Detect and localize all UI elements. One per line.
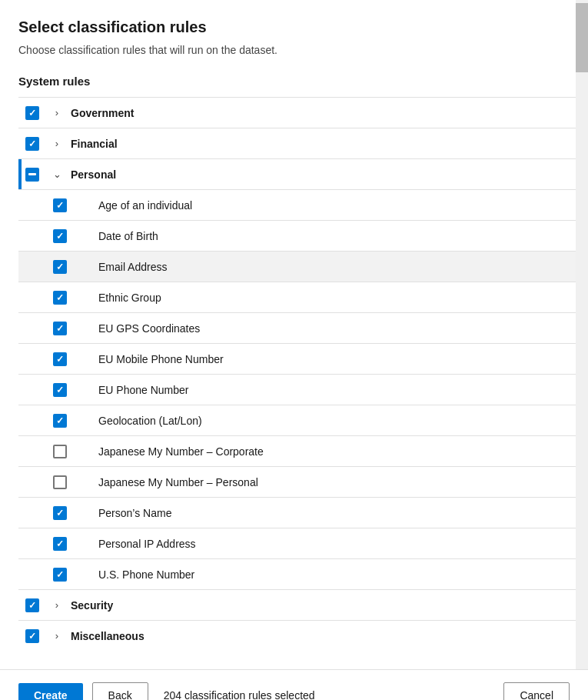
scrollbar-track[interactable] [576, 0, 588, 669]
partial-icon-personal [28, 173, 36, 175]
rule-label-persons-name: Person’s Name [95, 507, 565, 519]
check-icon-us-phone: ✓ [56, 570, 64, 579]
rule-row-eu-phone: ✓ EU Phone Number [18, 374, 588, 405]
rule-row-persons-name: ✓ Person’s Name [18, 497, 588, 528]
checkbox-persons-name[interactable]: ✓ [53, 506, 67, 520]
checkbox-personal-ip[interactable]: ✓ [53, 537, 67, 551]
rule-row-eu-mobile: ✓ EU Mobile Phone Number [18, 343, 588, 374]
rule-row-miscellaneous: ✓ › Miscellaneous [18, 620, 588, 651]
checkbox-dob[interactable]: ✓ [53, 229, 67, 243]
checkbox-wrap-persons-name[interactable]: ✓ [46, 506, 74, 520]
create-button[interactable]: Create [18, 683, 83, 700]
rule-label-government: Government [68, 107, 565, 119]
rule-row-email: ✓ Email Address [18, 251, 588, 282]
checkbox-wrap-japanese-pers[interactable] [46, 475, 74, 489]
check-icon-ethnic: ✓ [56, 293, 64, 302]
checkbox-age[interactable]: ✓ [53, 198, 67, 212]
checkbox-personal[interactable] [25, 168, 39, 182]
rule-row-eu-gps: ✓ EU GPS Coordinates [18, 312, 588, 343]
rule-row-geolocation: ✓ Geolocation (Lat/Lon) [18, 405, 588, 435]
check-icon-misc: ✓ [28, 632, 36, 641]
expand-btn-security[interactable]: › [46, 599, 68, 611]
checkbox-wrap-dob[interactable]: ✓ [46, 229, 74, 243]
checkbox-eu-phone[interactable]: ✓ [53, 383, 67, 397]
rule-label-geolocation: Geolocation (Lat/Lon) [95, 415, 565, 427]
checkbox-wrap-ethnic[interactable]: ✓ [46, 291, 74, 305]
rule-row-personal-ip: ✓ Personal IP Address [18, 528, 588, 558]
check-icon-eu-gps: ✓ [56, 324, 64, 333]
classification-panel: Select classification rules Choose class… [0, 0, 588, 700]
rule-label-financial: Financial [68, 138, 565, 150]
check-icon-eu-phone: ✓ [56, 385, 64, 395]
checkbox-ethnic[interactable]: ✓ [53, 291, 67, 305]
check-icon-persons-name: ✓ [56, 508, 64, 518]
personal-accent [18, 159, 22, 189]
checkbox-wrap-eu-gps[interactable]: ✓ [46, 322, 74, 335]
checkbox-financial[interactable]: ✓ [25, 137, 39, 151]
rule-label-japanese-corp: Japanese My Number – Corporate [95, 445, 565, 458]
check-icon-security: ✓ [28, 601, 36, 610]
checkbox-misc[interactable]: ✓ [25, 629, 39, 643]
rule-row-ethnic: ✓ Ethnic Group [18, 282, 588, 312]
checkbox-us-phone[interactable]: ✓ [53, 568, 67, 582]
rule-label-us-phone: U.S. Phone Number [95, 568, 565, 581]
rule-label-misc: Miscellaneous [68, 630, 565, 642]
page-title: Select classification rules [18, 18, 588, 36]
rule-row-government: ✓ › Government [18, 97, 588, 128]
rule-label-eu-gps: EU GPS Coordinates [95, 322, 565, 335]
expand-btn-financial[interactable]: › [46, 138, 68, 149]
rule-row-age-individual: ✓ Age of an individual [18, 189, 588, 220]
checkbox-wrap-financial[interactable]: ✓ [18, 137, 46, 151]
cancel-button[interactable]: Cancel [503, 682, 570, 700]
check-icon-personal-ip: ✓ [56, 539, 64, 548]
panel-content: Select classification rules Choose class… [0, 0, 588, 700]
check-icon-dob: ✓ [56, 232, 64, 241]
checkbox-japanese-pers[interactable] [53, 475, 67, 489]
check-icon-email: ✓ [56, 262, 64, 272]
checkbox-government[interactable]: ✓ [25, 106, 39, 120]
checkbox-wrap-personal[interactable] [18, 168, 46, 182]
rule-label-personal: Personal [68, 168, 565, 181]
rule-label-eu-mobile: EU Mobile Phone Number [95, 353, 565, 365]
checkbox-security[interactable]: ✓ [25, 598, 39, 612]
section-title: System rules [18, 75, 588, 88]
checkbox-wrap-eu-phone[interactable]: ✓ [46, 383, 74, 397]
rule-label-security: Security [68, 599, 565, 612]
footer: Create Back 204 classification rules sel… [0, 669, 588, 700]
expand-btn-government[interactable]: › [46, 107, 68, 118]
scrollable-area[interactable]: Select classification rules Choose class… [0, 0, 588, 669]
checkbox-wrap-age[interactable]: ✓ [46, 198, 74, 212]
check-icon-geolocation: ✓ [56, 416, 64, 425]
checkbox-geolocation[interactable]: ✓ [53, 414, 67, 428]
scrollbar-thumb[interactable] [576, 3, 588, 72]
checkbox-wrap-email[interactable]: ✓ [46, 260, 74, 274]
expand-btn-misc[interactable]: › [46, 630, 68, 642]
checkbox-wrap-misc[interactable]: ✓ [18, 629, 46, 643]
checkbox-wrap-japanese-corp[interactable] [46, 445, 74, 458]
rule-row-us-phone: ✓ U.S. Phone Number [18, 558, 588, 589]
rule-label-personal-ip: Personal IP Address [95, 538, 565, 550]
rule-row-personal: ⌄ Personal [18, 158, 588, 189]
rule-label-japanese-pers: Japanese My Number – Personal [95, 476, 565, 488]
check-icon-financial: ✓ [28, 139, 36, 148]
checkbox-wrap-geolocation[interactable]: ✓ [46, 414, 74, 428]
check-icon-government: ✓ [28, 108, 36, 118]
checkbox-wrap-us-phone[interactable]: ✓ [46, 568, 74, 582]
expand-btn-personal[interactable]: ⌄ [46, 168, 68, 180]
checkbox-wrap-eu-mobile[interactable]: ✓ [46, 352, 74, 366]
rule-row-security: ✓ › Security [18, 589, 588, 620]
rule-row-japanese-personal: Japanese My Number – Personal [18, 466, 588, 497]
checkbox-eu-gps[interactable]: ✓ [53, 322, 67, 335]
check-icon-eu-mobile: ✓ [56, 355, 64, 364]
checkbox-wrap-personal-ip[interactable]: ✓ [46, 537, 74, 551]
page-subtitle: Choose classification rules that will ru… [18, 44, 588, 56]
rule-label-dob: Date of Birth [95, 230, 565, 242]
checkbox-japanese-corp[interactable] [53, 445, 67, 458]
checkbox-wrap-security[interactable]: ✓ [18, 598, 46, 612]
rule-row-dob: ✓ Date of Birth [18, 220, 588, 251]
checkbox-email[interactable]: ✓ [53, 260, 67, 274]
back-button[interactable]: Back [92, 682, 148, 700]
rule-label-age: Age of an individual [95, 199, 565, 212]
checkbox-wrap-government[interactable]: ✓ [18, 106, 46, 120]
checkbox-eu-mobile[interactable]: ✓ [53, 352, 67, 366]
